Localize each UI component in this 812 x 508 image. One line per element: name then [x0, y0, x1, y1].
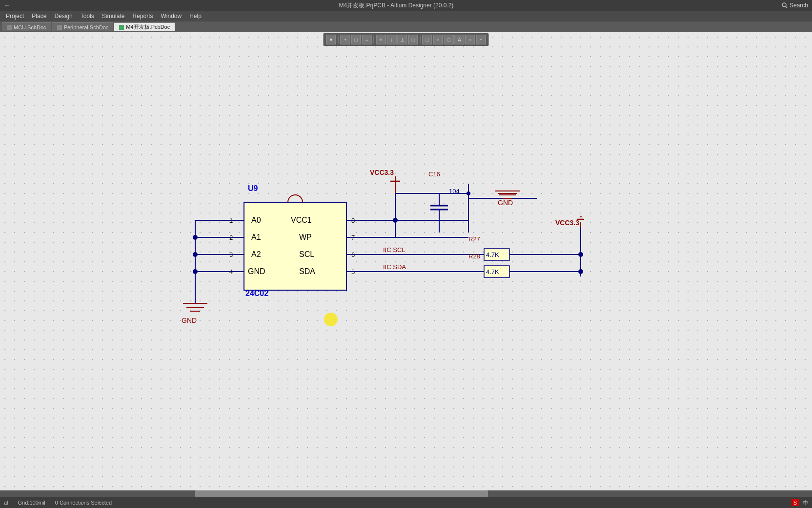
toolbar-btn-1[interactable]: + [341, 35, 350, 44]
toolbar-btn-12[interactable]: ○ [466, 35, 475, 44]
menu-item-reports[interactable]: Reports [128, 12, 157, 21]
c16-ref: C16 [428, 170, 440, 178]
pin-scl-name: SCL [299, 250, 314, 258]
r28-value: 4.7K [486, 268, 499, 275]
svg-point-44 [578, 252, 583, 257]
schematic-canvas[interactable]: U9 24C02 A0 A1 A2 GND VCC1 WP SCL SDA 1 … [0, 32, 812, 491]
tab-label-0: MCU.SchDoc [14, 24, 46, 30]
toolbar-btn-2[interactable]: □ [351, 35, 361, 44]
svg-point-36 [467, 191, 470, 195]
r27-value: 4.7K [486, 251, 499, 258]
tab-1[interactable]: Peripheral.SchDoc [52, 22, 114, 31]
pin-gnd-name: GND [248, 267, 265, 275]
title-bar: ← M4开发板.PrjPCB - Altium Designer (20.0.2… [0, 0, 812, 11]
tab-2[interactable]: M4开发板.PcbDoc [114, 22, 175, 31]
pin-a2-name: A2 [251, 250, 261, 258]
toolbar-btn-10[interactable]: ⬡ [444, 35, 454, 44]
r28-ref: R28 [468, 253, 480, 260]
grid-info: Grid:100mil [18, 500, 45, 506]
lang-indicator: 中 [803, 499, 808, 507]
search-area[interactable]: Search [782, 2, 808, 9]
ref-label: U9 [248, 184, 258, 192]
toolbar-btn-3[interactable]: → [362, 35, 372, 44]
pin1-indicator [288, 195, 303, 202]
iic-scl-label: IIC SCL [383, 246, 406, 254]
cursor-inner [326, 315, 336, 324]
menu-item-project[interactable]: Project [2, 12, 28, 21]
tab-icon-0 [7, 25, 12, 30]
gnd-label-right: GND [498, 199, 513, 207]
status-bar: al Grid:100mil 0 Connections Selected S … [0, 497, 812, 508]
toolbar-sep-7 [420, 36, 421, 43]
menu-item-simulate[interactable]: Simulate [98, 12, 129, 21]
vcc-label-right: VCC3.3 [555, 219, 579, 227]
svg-point-45 [578, 269, 583, 274]
horizontal-scrollbar[interactable] [0, 490, 812, 497]
status-text: al [4, 500, 8, 506]
toolbar-btn-7[interactable]: □ [408, 35, 418, 44]
menu-bar: ProjectPlaceDesignToolsSimulateReportsWi… [0, 11, 812, 21]
tab-icon-2 [119, 25, 124, 30]
svg-line-1 [786, 6, 787, 8]
status-right: S 中 [792, 499, 808, 507]
toolbar-btn-5[interactable]: ↓ [387, 35, 397, 44]
pin-a0-name: A0 [251, 216, 261, 224]
scrollbar-thumb[interactable] [195, 490, 488, 497]
tab-label-2: M4开发板.PcbDoc [126, 23, 170, 31]
menu-item-tools[interactable]: Tools [77, 12, 98, 21]
menu-item-design[interactable]: Design [50, 12, 76, 21]
window-title: M4开发板.PrjPCB - Altium Designer (20.0.2) [11, 1, 782, 10]
toolbar-btn-6[interactable]: ⊥ [398, 35, 407, 44]
back-button[interactable]: ← [4, 1, 11, 9]
ic-body [244, 202, 346, 290]
tab-label-1: Peripheral.SchDoc [64, 24, 109, 30]
toolbar-btn-11[interactable]: A [455, 35, 465, 44]
gnd-label-left: GND [182, 317, 197, 324]
type-label: 24C02 [245, 289, 268, 297]
toolbar-sep-3 [374, 36, 374, 43]
r27-ref: R27 [468, 235, 480, 243]
pin-a1-name: A1 [251, 233, 261, 241]
vcc-label-top: VCC3.3 [370, 169, 394, 176]
connections-info: 0 Connections Selected [55, 500, 112, 506]
search-icon [782, 2, 788, 8]
schematic-svg: U9 24C02 A0 A1 A2 GND VCC1 WP SCL SDA 1 … [0, 32, 812, 491]
toolbar-sep-0 [338, 36, 339, 43]
menu-item-window[interactable]: Window [157, 12, 185, 21]
toolbar-btn-13[interactable]: ~ [476, 35, 486, 44]
menu-item-place[interactable]: Place [28, 12, 50, 21]
pin-vcc1-name: VCC1 [291, 216, 312, 224]
pin-sda-name: SDA [299, 267, 315, 275]
toolbar-btn-9[interactable]: ○ [433, 35, 443, 44]
tab-0[interactable]: MCU.SchDoc [2, 22, 51, 31]
iic-sda-label: IIC SDA [383, 263, 406, 271]
tab-icon-1 [57, 25, 62, 30]
toolbar-btn-4[interactable]: ≡ [376, 35, 386, 44]
tab-bar: MCU.SchDocPeripheral.SchDocM4开发板.PcbDoc [0, 21, 812, 32]
toolbar: ▼+□→≡↓⊥□□○⬡A○~ [324, 33, 489, 46]
status-left: al Grid:100mil 0 Connections Selected [4, 500, 792, 506]
menu-item-help[interactable]: Help [185, 12, 205, 21]
toolbar-btn-0[interactable]: ▼ [326, 35, 336, 44]
svg-point-0 [782, 3, 786, 7]
ime-indicator: S [792, 499, 799, 506]
toolbar-btn-8[interactable]: □ [423, 35, 432, 44]
pin-wp-name: WP [299, 233, 312, 241]
search-label: Search [790, 2, 808, 9]
